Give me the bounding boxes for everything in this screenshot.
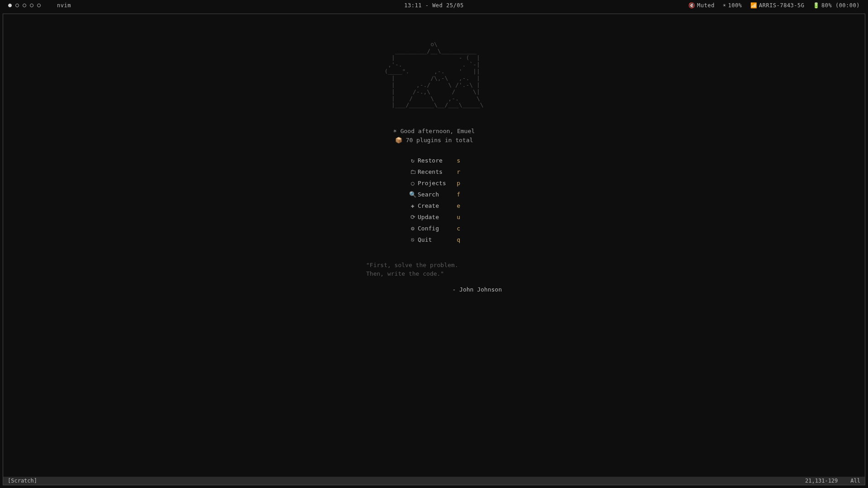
dashboard-menu: ↻ Restore s 🗀 Recents r ○ Projects p 🔍 S… (408, 157, 460, 243)
menu-update[interactable]: ⟳ Update u (408, 214, 460, 220)
package-icon: 📦 (395, 136, 402, 145)
dashboard: o\ _________/__\__________ | - ( | ,'-. … (3, 14, 865, 477)
sun-icon: ☀ (393, 127, 397, 136)
wifi-icon: 📶 (750, 2, 758, 9)
menu-projects[interactable]: ○ Projects p (408, 180, 460, 187)
exit-icon: ⎋ (408, 236, 418, 243)
quote-block: "First, solve the problem. Then, write t… (366, 261, 502, 294)
update-icon: ⟳ (408, 214, 418, 220)
menu-quit[interactable]: ⎋ Quit q (408, 236, 460, 243)
editor-panel: o\ _________/__\__________ | - ( | ,'-. … (3, 14, 865, 485)
brightness-icon: ☀ (723, 2, 726, 9)
search-icon: 🔍 (408, 191, 418, 198)
scroll-percent: All (850, 478, 860, 484)
menu-label: Quit (418, 236, 454, 243)
menu-key: e (454, 202, 460, 209)
menu-search[interactable]: 🔍 Search f (408, 191, 460, 198)
plus-icon: ✚ (408, 202, 418, 209)
workspace-dot-1[interactable] (8, 4, 12, 7)
vim-statusline: [Scratch] 21,131-129 All (3, 477, 865, 485)
menu-label: Recents (418, 168, 454, 175)
system-topbar: nvim 13:11 - Wed 25/05 🔇 Muted ☀ 100% 📶 … (0, 0, 868, 11)
menu-key: u (454, 214, 460, 220)
menu-config[interactable]: ⚙ Config c (408, 225, 460, 232)
menu-label: Update (418, 214, 454, 220)
menu-key: c (454, 225, 460, 232)
menu-recents[interactable]: 🗀 Recents r (408, 168, 460, 175)
ascii-art-logo: o\ _________/__\__________ | - ( | ,'-. … (384, 41, 483, 109)
menu-label: Projects (418, 180, 454, 187)
battery-status[interactable]: 🔋 80% (00:00) (813, 2, 860, 9)
workspace-dot-2[interactable] (15, 4, 19, 7)
menu-restore[interactable]: ↻ Restore s (408, 157, 460, 164)
menu-label: Create (418, 202, 454, 209)
cursor-position: 21,131-129 (805, 478, 838, 484)
menu-key: s (454, 157, 460, 164)
menu-label: Restore (418, 157, 454, 164)
workspace-dot-3[interactable] (23, 4, 26, 7)
wifi-status[interactable]: 📶 ARRIS-7843-5G (750, 2, 805, 9)
workspace-dot-5[interactable] (37, 4, 41, 7)
quote-text: "First, solve the problem. Then, write t… (366, 261, 502, 278)
plugin-count: 70 plugins in total (406, 136, 473, 145)
app-name: nvim (57, 2, 71, 9)
quote-author: - John Johnson (366, 286, 502, 294)
workspace-indicator[interactable] (8, 4, 41, 7)
restore-icon: ↻ (408, 157, 418, 164)
greeting-text: Good afternoon, Emuel (401, 127, 475, 136)
workspace-dot-4[interactable] (30, 4, 33, 7)
folder-icon: 🗀 (408, 168, 418, 175)
audio-status[interactable]: 🔇 Muted (688, 2, 715, 9)
menu-key: f (454, 191, 460, 198)
menu-create[interactable]: ✚ Create e (408, 202, 460, 209)
clock-datetime: 13:11 - Wed 25/05 (404, 2, 463, 9)
greeting-block: ☀ Good afternoon, Emuel 📦 70 plugins in … (393, 127, 475, 144)
github-icon: ○ (408, 180, 418, 187)
menu-key: p (454, 180, 460, 187)
brightness-status[interactable]: ☀ 100% (723, 2, 742, 9)
menu-label: Config (418, 225, 454, 232)
menu-label: Search (418, 191, 454, 198)
menu-key: q (454, 236, 460, 243)
mute-icon: 🔇 (688, 2, 696, 9)
battery-icon: 🔋 (813, 2, 820, 9)
menu-key: r (454, 168, 460, 175)
gear-icon: ⚙ (408, 225, 418, 232)
buffer-name: [Scratch] (8, 478, 37, 484)
